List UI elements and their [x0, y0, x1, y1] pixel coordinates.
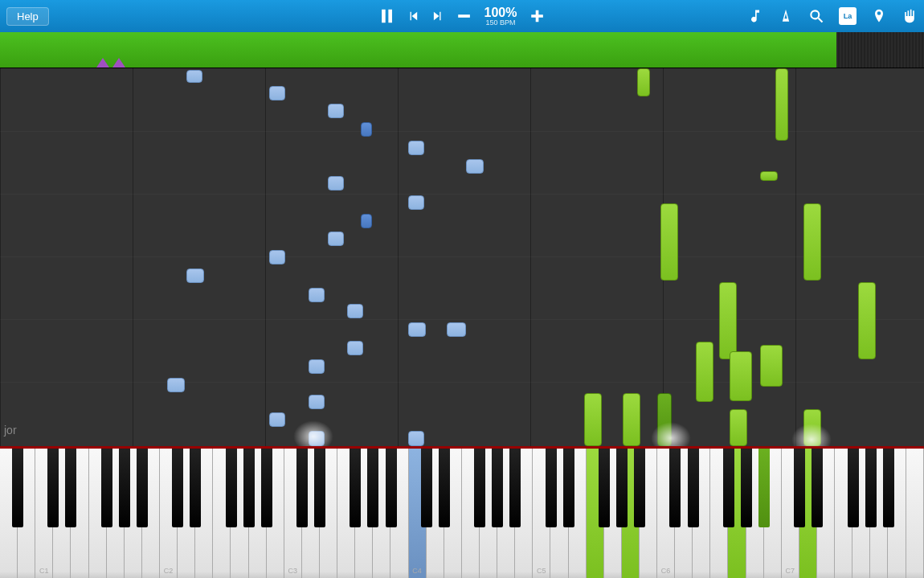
black-key[interactable]	[314, 449, 325, 527]
black-key[interactable]	[47, 449, 59, 527]
falling-note	[660, 203, 678, 281]
black-key[interactable]	[669, 449, 681, 527]
bookmark-marker[interactable]	[96, 58, 109, 68]
black-key[interactable]	[261, 449, 272, 527]
falling-note	[347, 341, 363, 355]
help-button[interactable]: Help	[6, 7, 49, 26]
falling-note	[858, 282, 876, 359]
octave-label: C6	[657, 567, 674, 575]
falling-note	[309, 288, 325, 302]
tempo-percent: 100%	[484, 6, 517, 19]
black-key[interactable]	[794, 449, 805, 527]
black-key[interactable]	[439, 449, 450, 527]
falling-note	[803, 203, 821, 281]
progress-bar[interactable]	[0, 32, 924, 68]
playback-controls: 100% 150 BPM	[378, 6, 546, 27]
falling-note	[730, 409, 747, 446]
note-icon[interactable]	[747, 8, 763, 24]
black-key[interactable]	[119, 449, 130, 527]
black-key[interactable]	[350, 449, 361, 527]
falling-note	[408, 322, 426, 337]
black-key[interactable]	[226, 449, 237, 527]
black-key[interactable]	[634, 449, 645, 527]
falling-note	[637, 68, 650, 96]
black-key[interactable]	[421, 449, 432, 527]
black-key[interactable]	[741, 449, 752, 527]
marker-icon[interactable]	[871, 8, 887, 24]
black-key[interactable]	[474, 449, 485, 527]
falling-note	[309, 359, 325, 374]
falling-note	[408, 431, 424, 446]
falling-note	[584, 393, 602, 446]
falling-note	[696, 342, 713, 402]
falling-note	[269, 86, 285, 100]
falling-note	[328, 176, 344, 191]
octave-label: C4	[409, 567, 426, 575]
white-key[interactable]	[906, 449, 924, 578]
black-key[interactable]	[190, 449, 201, 527]
black-key[interactable]	[865, 449, 877, 527]
falling-note	[328, 232, 344, 246]
svg-rect-2	[458, 14, 470, 18]
octave-label: C3	[284, 567, 301, 575]
black-key[interactable]	[367, 449, 378, 527]
svg-rect-0	[382, 10, 386, 23]
black-key[interactable]	[546, 449, 557, 527]
falling-note	[309, 431, 325, 446]
black-key[interactable]	[688, 449, 699, 527]
metronome-icon[interactable]	[778, 8, 794, 24]
falling-note	[803, 409, 821, 446]
black-key[interactable]	[12, 449, 23, 527]
falling-note	[408, 195, 424, 210]
minus-icon[interactable]	[456, 7, 473, 25]
labels-button[interactable]: La	[839, 7, 857, 25]
black-key[interactable]	[101, 449, 112, 527]
black-key[interactable]	[616, 449, 628, 527]
falling-note	[186, 70, 202, 83]
falling-note	[408, 141, 424, 155]
svg-line-4	[819, 18, 823, 23]
black-key[interactable]	[758, 449, 770, 527]
falling-note	[730, 351, 752, 401]
black-key[interactable]	[599, 449, 610, 527]
falling-note	[167, 378, 185, 392]
black-key[interactable]	[848, 449, 859, 527]
falling-note	[657, 393, 672, 446]
black-key[interactable]	[563, 449, 574, 527]
pause-icon[interactable]	[378, 7, 396, 25]
falling-note	[775, 68, 788, 141]
next-icon[interactable]	[431, 10, 444, 23]
search-icon[interactable]	[808, 8, 824, 24]
black-key[interactable]	[172, 449, 183, 527]
key-signature-label: jor	[4, 424, 17, 437]
falling-note	[361, 122, 372, 137]
black-key[interactable]	[386, 449, 397, 527]
plus-icon[interactable]	[528, 7, 546, 25]
falling-note	[186, 269, 204, 283]
falling-note	[447, 322, 466, 337]
black-key[interactable]	[492, 449, 503, 527]
prev-icon[interactable]	[407, 10, 420, 23]
tempo-display[interactable]: 100% 150 BPM	[484, 6, 517, 27]
black-key[interactable]	[883, 449, 894, 527]
octave-label: C7	[782, 567, 799, 575]
black-key[interactable]	[243, 449, 255, 527]
black-key[interactable]	[65, 449, 76, 527]
falling-note	[269, 412, 285, 427]
black-key[interactable]	[509, 449, 521, 527]
toolbar: Help 100% 150 BPM La	[0, 0, 924, 32]
falling-note	[760, 171, 778, 181]
bookmark-marker[interactable]	[112, 58, 125, 68]
falling-note	[719, 282, 737, 359]
falling-note	[347, 304, 363, 318]
black-key[interactable]	[812, 449, 823, 527]
hand-icon[interactable]	[902, 8, 918, 24]
black-key[interactable]	[723, 449, 734, 527]
black-key[interactable]	[296, 449, 308, 527]
black-key[interactable]	[137, 449, 148, 527]
falling-note	[269, 250, 285, 264]
note-fall-area: jor	[0, 68, 924, 446]
falling-note	[361, 214, 372, 228]
falling-note	[309, 395, 325, 409]
tempo-bpm: 150 BPM	[484, 19, 517, 27]
